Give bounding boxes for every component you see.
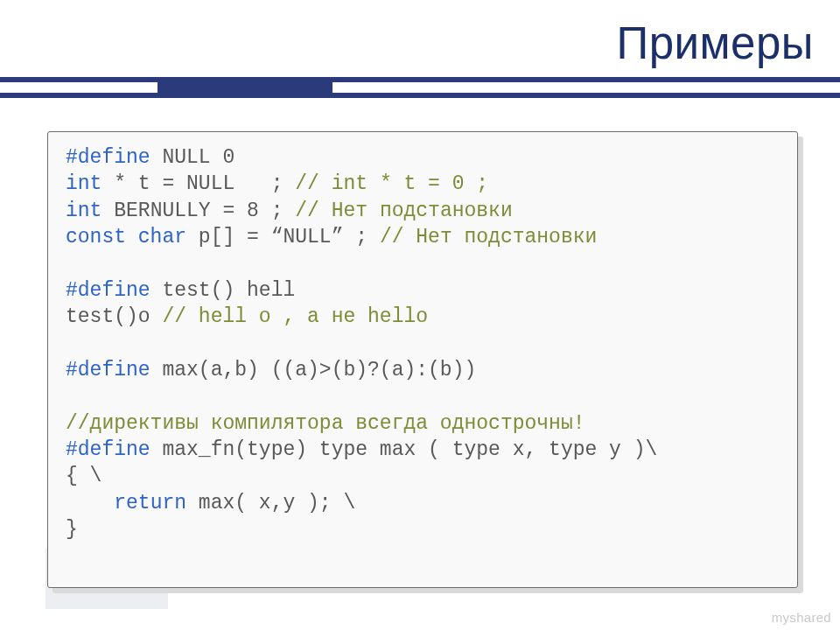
- code-listing: #define NULL 0 int * t = NULL ; // int *…: [66, 144, 780, 542]
- code-token: max(a,b) ((a)>(b)?(a):(b)): [162, 359, 476, 382]
- code-token: p[] = “NULL” ;: [199, 226, 380, 248]
- divider-stripe: [0, 77, 840, 98]
- slide-title: Примеры: [617, 18, 814, 69]
- code-token: max( x,y ); \: [199, 492, 355, 514]
- divider-block: [158, 82, 332, 93]
- code-token: return: [114, 492, 199, 514]
- code-token: int: [66, 200, 114, 222]
- code-token: }: [66, 518, 78, 541]
- code-token: [66, 492, 114, 514]
- code-token: // hell o , а не hello: [162, 305, 428, 328]
- code-token: #define: [66, 438, 162, 461]
- code-token: test()o: [66, 305, 162, 328]
- code-token: NULL 0: [162, 146, 234, 169]
- slide: Примеры #define NULL 0 int * t = NULL ; …: [0, 0, 840, 630]
- code-token: max_fn(type) type max ( type x, type y )…: [162, 438, 657, 461]
- watermark: myshared: [772, 610, 831, 625]
- code-token: #define: [66, 146, 162, 169]
- code-token: int: [66, 172, 114, 195]
- code-token: const char: [66, 226, 199, 248]
- code-token: #define: [66, 359, 162, 382]
- code-token: * t = NULL ;: [114, 172, 295, 195]
- code-token: // Нет подстановки: [380, 226, 597, 248]
- code-token: { \: [66, 465, 102, 487]
- code-token: BERNULLY = 8 ;: [114, 200, 295, 222]
- code-box: #define NULL 0 int * t = NULL ; // int *…: [47, 131, 798, 588]
- code-token: // Нет подстановки: [295, 200, 512, 222]
- code-token: //директивы компилятора всегда одностроч…: [66, 412, 585, 435]
- code-token: // int * t = 0 ;: [295, 172, 488, 195]
- code-token: #define: [66, 279, 162, 302]
- code-token: test() hell: [162, 279, 295, 302]
